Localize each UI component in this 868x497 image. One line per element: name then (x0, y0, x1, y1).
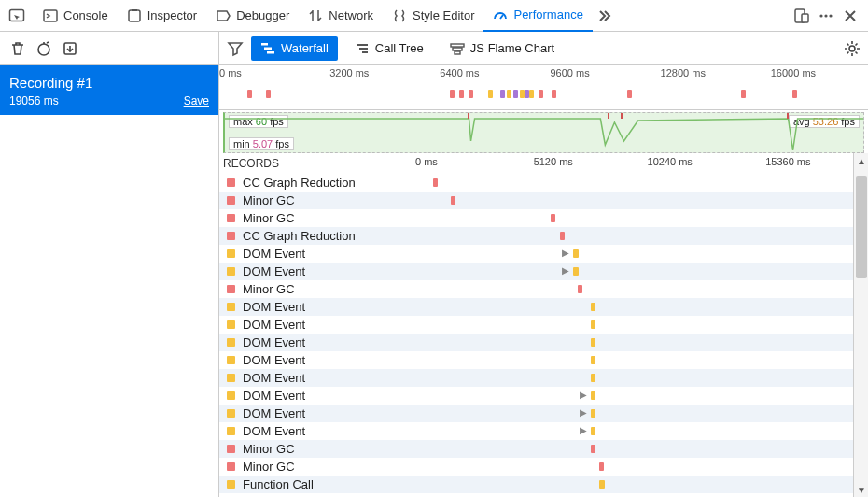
record-bar[interactable] (599, 462, 604, 471)
record-bar[interactable] (591, 356, 595, 364)
overview-marker (529, 90, 534, 98)
track-row[interactable] (415, 209, 853, 227)
track-row[interactable] (415, 458, 853, 476)
track-row[interactable] (415, 174, 853, 192)
record-bar[interactable] (591, 374, 595, 382)
tab-debugger[interactable]: Debugger (206, 0, 299, 32)
import-recording-button[interactable] (62, 40, 78, 57)
record-label-row[interactable]: DOM Event (219, 245, 415, 263)
record-bar[interactable] (591, 427, 595, 435)
overview-marker (552, 90, 556, 98)
tab-label: Console (63, 8, 108, 22)
record-bar[interactable] (551, 214, 555, 222)
record-bar[interactable] (591, 303, 595, 311)
expand-arrow-icon[interactable]: ▶ (580, 407, 587, 418)
toolbox-close-button[interactable] (838, 4, 862, 28)
record-bar[interactable] (591, 320, 595, 329)
record-label-row[interactable]: DOM Event (219, 405, 415, 422)
record-label: CC Graph Reduction (243, 176, 356, 190)
expand-arrow-icon[interactable]: ▶ (562, 248, 569, 258)
responsive-mode-button[interactable] (790, 4, 814, 28)
record-label-row[interactable]: Function Call (219, 476, 415, 493)
scroll-thumb[interactable] (856, 176, 867, 278)
track-row[interactable] (415, 227, 853, 245)
record-bar[interactable] (573, 249, 579, 258)
overview-timeline[interactable]: 0 ms3200 ms6400 ms9600 ms12800 ms16000 m… (219, 65, 868, 110)
clear-recordings-button[interactable] (9, 40, 26, 57)
record-bar[interactable] (573, 267, 579, 276)
record-label-row[interactable]: DOM Event (219, 298, 415, 316)
tab-style-editor[interactable]: Style Editor (383, 0, 483, 32)
tab-inspector[interactable]: Inspector (118, 0, 206, 32)
record-bar[interactable] (591, 391, 595, 400)
overview-marker (520, 90, 525, 98)
record-bar[interactable] (578, 285, 582, 293)
toolbox-meatball-menu[interactable] (814, 4, 838, 28)
track-row[interactable] (415, 476, 853, 493)
svg-rect-5 (802, 14, 808, 22)
record-button[interactable] (35, 40, 52, 57)
filter-button[interactable] (227, 40, 244, 57)
scroll-down-button[interactable]: ▼ (854, 482, 868, 497)
record-label-row[interactable]: Minor GC (219, 209, 415, 227)
view-flame-chart-button[interactable]: JS Flame Chart (441, 36, 564, 61)
record-label: CC Graph Reduction (243, 229, 356, 243)
scroll-up-button[interactable]: ▲ (854, 153, 868, 168)
record-label-row[interactable]: Minor GC (219, 192, 415, 209)
tab-performance[interactable]: Performance (483, 0, 592, 32)
track-row[interactable]: ▶ (415, 245, 853, 263)
record-bar[interactable] (433, 178, 438, 187)
flame-chart-icon (450, 41, 465, 56)
track-row[interactable] (415, 298, 853, 316)
track-row[interactable] (415, 316, 853, 334)
tab-console[interactable]: Console (34, 0, 118, 32)
recording-save-link[interactable]: Save (184, 94, 209, 107)
view-call-tree-button[interactable]: Call Tree (345, 36, 433, 61)
records-scrollbar[interactable]: ▲ ▼ (853, 153, 868, 497)
iframe-selector-button[interactable] (6, 5, 28, 27)
track-row[interactable]: ▶ (415, 405, 853, 422)
record-label: Function Call (243, 477, 314, 491)
record-bar[interactable] (591, 445, 595, 453)
track-row[interactable] (415, 192, 853, 209)
record-label-row[interactable]: DOM Event (219, 422, 415, 440)
record-bar[interactable] (560, 232, 565, 240)
record-label-row[interactable]: Minor GC (219, 280, 415, 298)
record-label-row[interactable]: DOM Event (219, 263, 415, 280)
record-bar[interactable] (591, 338, 595, 347)
expand-arrow-icon[interactable]: ▶ (562, 265, 569, 276)
record-label-row[interactable]: DOM Event (219, 334, 415, 351)
record-label-row[interactable]: Minor GC (219, 458, 415, 476)
recording-item[interactable]: Recording #1 19056 ms Save (0, 65, 218, 115)
view-waterfall-button[interactable]: Waterfall (251, 36, 338, 61)
record-label-row[interactable]: CC Graph Reduction (219, 227, 415, 245)
track-row[interactable]: ▶ (415, 422, 853, 440)
record-label-row[interactable]: Minor GC (219, 440, 415, 458)
track-row[interactable]: ▶ (415, 263, 853, 280)
track-row[interactable] (415, 369, 853, 387)
record-label-row[interactable]: CC Graph Reduction (219, 174, 415, 192)
record-bar[interactable] (451, 196, 455, 205)
perf-settings-button[interactable] (844, 40, 861, 57)
track-row[interactable]: ▶ (415, 387, 853, 405)
expand-arrow-icon[interactable]: ▶ (580, 425, 587, 435)
record-label-row[interactable]: DOM Event (219, 369, 415, 387)
track-row[interactable] (415, 351, 853, 369)
tabs-overflow-button[interactable] (593, 4, 617, 28)
tab-label: Debugger (236, 8, 289, 22)
expand-arrow-icon[interactable]: ▶ (580, 390, 587, 400)
tab-network[interactable]: Network (299, 0, 383, 32)
track-row[interactable] (415, 280, 853, 298)
record-bar[interactable] (599, 480, 605, 489)
devtools-tabbar: Console Inspector Debugger Network Style… (0, 0, 868, 32)
records-tracks[interactable]: 0 ms5120 ms10240 ms15360 ms ▶▶▶▶▶ (415, 153, 853, 497)
tab-label: Performance (513, 7, 582, 21)
track-row[interactable] (415, 440, 853, 458)
fps-overview[interactable]: max 60 fps min 5.07 fps avg 53.26 fps (223, 112, 864, 153)
record-label-row[interactable]: DOM Event (219, 387, 415, 405)
track-row[interactable] (415, 334, 853, 351)
svg-point-8 (829, 14, 832, 17)
record-label-row[interactable]: DOM Event (219, 351, 415, 369)
record-bar[interactable] (591, 409, 595, 418)
record-label-row[interactable]: DOM Event (219, 316, 415, 334)
